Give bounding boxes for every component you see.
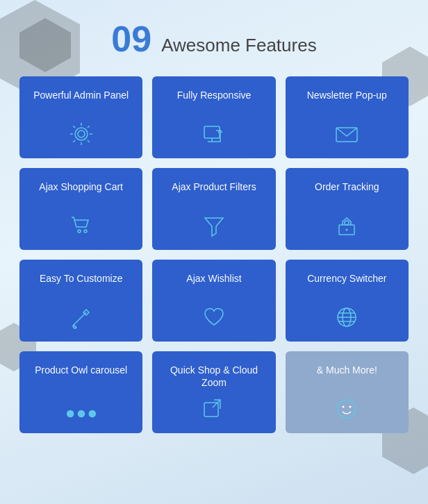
svg-marker-13 xyxy=(205,218,223,236)
tools-icon xyxy=(68,304,94,330)
svg-point-16 xyxy=(346,229,348,231)
smile-icon xyxy=(334,396,360,422)
svg-rect-7 xyxy=(204,126,220,138)
feature-label-easy-to-customize: Easy To Customize xyxy=(40,272,123,299)
feature-card-ajax-shopping-cart: Ajax Shopping Cart xyxy=(19,168,142,250)
feature-count: 09 xyxy=(111,21,151,57)
svg-point-25 xyxy=(67,410,74,418)
feature-card-much-more: & Much More! xyxy=(286,351,409,433)
feature-card-fully-responsive: Fully Responsive xyxy=(152,76,275,158)
svg-point-31 xyxy=(343,406,345,408)
feature-card-currency-switcher: Currency Switcher xyxy=(286,260,409,342)
feature-card-product-owl-carousel: Product Owl carousel xyxy=(19,351,142,433)
page-wrapper: 09 Awesome Features Powerful Admin Panel… xyxy=(0,0,428,454)
feature-label-powerful-admin-panel: Powerful Admin Panel xyxy=(33,89,129,115)
feature-label-much-more: & Much More! xyxy=(317,364,377,390)
svg-line-29 xyxy=(213,400,220,408)
feature-label-newsletter-popup: Newsletter Pop-up xyxy=(307,89,387,115)
svg-point-30 xyxy=(338,400,356,418)
feature-label-order-tracking: Order Tracking xyxy=(315,180,379,207)
share-icon xyxy=(201,396,227,422)
svg-point-11 xyxy=(78,230,81,233)
header: 09 Awesome Features xyxy=(14,21,414,57)
gear-icon xyxy=(68,121,94,147)
feature-card-order-tracking: Order Tracking xyxy=(286,168,409,250)
globe-icon xyxy=(334,304,360,330)
svg-point-26 xyxy=(77,410,85,418)
responsive-icon xyxy=(201,121,227,147)
feature-label-currency-switcher: Currency Switcher xyxy=(307,272,386,299)
tracking-icon xyxy=(334,212,360,239)
feature-label-ajax-product-filters: Ajax Product Filters xyxy=(172,180,256,207)
feature-card-easy-to-customize: Easy To Customize xyxy=(19,260,142,342)
filter-icon xyxy=(201,212,227,239)
feature-card-ajax-product-filters: Ajax Product Filters xyxy=(152,168,275,250)
header-title: Awesome Features xyxy=(161,35,317,56)
email-icon xyxy=(334,121,360,147)
heart-icon xyxy=(201,304,227,330)
svg-line-17 xyxy=(74,315,83,325)
feature-card-quick-shop-cloud-zoom: Quick Shop & Cloud Zoom xyxy=(152,351,275,433)
svg-point-27 xyxy=(88,410,96,418)
svg-point-15 xyxy=(345,221,349,225)
feature-card-newsletter-popup: Newsletter Pop-up xyxy=(286,76,409,158)
svg-point-12 xyxy=(84,230,87,233)
feature-label-ajax-wishlist: Ajax Wishlist xyxy=(186,272,241,299)
feature-card-powerful-admin-panel: Powerful Admin Panel xyxy=(19,76,142,158)
features-grid: Powerful Admin Panel Fully Responsive xyxy=(19,76,409,433)
feature-label-quick-shop-cloud-zoom: Quick Shop & Cloud Zoom xyxy=(160,364,267,390)
svg-point-5 xyxy=(78,131,85,137)
feature-label-fully-responsive: Fully Responsive xyxy=(177,89,252,115)
svg-point-6 xyxy=(75,128,88,140)
feature-label-ajax-shopping-cart: Ajax Shopping Cart xyxy=(39,180,123,207)
feature-card-ajax-wishlist: Ajax Wishlist xyxy=(152,260,275,342)
cart-icon xyxy=(68,212,94,239)
svg-point-32 xyxy=(349,406,352,408)
feature-label-product-owl-carousel: Product Owl carousel xyxy=(35,364,127,390)
dots-icon xyxy=(64,405,99,422)
